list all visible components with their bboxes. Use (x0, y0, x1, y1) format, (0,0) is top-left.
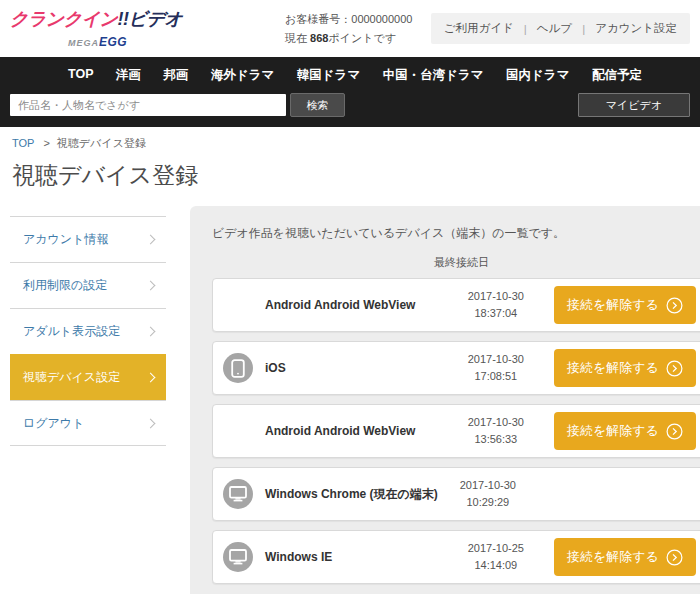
megaegg-logo: MEGAEGG (10, 32, 185, 50)
monitor-icon (223, 479, 253, 509)
utility-links: ご利用ガイド | ヘルプ | アカウント設定 (431, 13, 690, 44)
device-date: 2017-10-30 (446, 414, 546, 431)
nav-item-japanese-movies[interactable]: 邦画 (163, 67, 188, 84)
device-last-connected: 2017-10-30 18:37:04 (446, 288, 546, 322)
points-prefix: 現在 (285, 32, 310, 44)
device-row: Windows IE 2017-10-25 14:14:09 接続を解除する (212, 530, 700, 584)
customer-info: お客様番号：0000000000 現在 868ポイントです (285, 10, 412, 46)
device-icon-placeholder (223, 290, 253, 320)
device-date: 2017-10-30 (446, 288, 546, 305)
device-time: 18:37:04 (446, 305, 546, 322)
logo-text-video: ビデオ (129, 9, 183, 29)
device-last-connected: 2017-10-30 17:08:51 (446, 351, 546, 385)
account-settings-link[interactable]: アカウント設定 (595, 21, 677, 36)
points-suffix: ポイントです (328, 32, 396, 44)
main-nav: TOP 洋画 邦画 海外ドラマ 韓国ドラマ 中国・台湾ドラマ 国内ドラマ 配信予… (0, 57, 700, 127)
monitor-icon (223, 542, 253, 572)
chevron-right-icon (146, 235, 156, 245)
device-row: Android Android WebView 2017-10-30 13:56… (212, 404, 700, 458)
last-connected-column-header: 最終接続日 (212, 255, 700, 270)
device-last-connected: 2017-10-25 14:14:09 (446, 540, 546, 574)
sidebar-item-account-info[interactable]: アカウント情報 (10, 216, 166, 262)
nav-item-china-taiwan-drama[interactable]: 中国・台湾ドラマ (383, 67, 484, 84)
search-bar: 検索 マイビデオ (10, 93, 690, 117)
device-name: Windows IE (265, 550, 446, 564)
disconnect-button-label: 接続を解除する (567, 548, 659, 566)
nav-item-upcoming[interactable]: 配信予定 (592, 67, 642, 84)
disconnect-button-placeholder (546, 475, 696, 513)
help-link[interactable]: ヘルプ (537, 21, 572, 36)
sidebar-item-label: 視聴デバイス設定 (23, 369, 120, 386)
device-name: Android Android WebView (265, 298, 446, 312)
logo-text-bang: !! (118, 9, 129, 29)
search-button[interactable]: 検索 (290, 93, 345, 117)
nav-item-overseas-drama[interactable]: 海外ドラマ (211, 67, 274, 84)
arrow-circle-icon (666, 423, 683, 440)
search-input[interactable] (10, 94, 286, 116)
nav-item-korean-drama[interactable]: 韓国ドラマ (297, 67, 360, 84)
device-date: 2017-10-30 (438, 477, 538, 494)
sidebar-item-device-settings[interactable]: 視聴デバイス設定 (10, 354, 166, 400)
disconnect-button-label: 接続を解除する (567, 296, 659, 314)
device-time: 13:56:33 (446, 431, 546, 448)
sidebar-item-adult-display[interactable]: アダルト表示設定 (10, 308, 166, 354)
nav-item-domestic-drama[interactable]: 国内ドラマ (506, 67, 569, 84)
arrow-circle-icon (666, 549, 683, 566)
customer-number: お客様番号：0000000000 (285, 10, 412, 28)
sidebar-item-label: アカウント情報 (23, 231, 108, 248)
points-line: 現在 868ポイントです (285, 29, 412, 47)
points-value: 868 (310, 32, 328, 44)
sidebar-item-label: アダルト表示設定 (23, 323, 120, 340)
chevron-right-icon (146, 327, 156, 337)
my-video-button[interactable]: マイビデオ (578, 93, 690, 117)
arrow-circle-icon (666, 297, 683, 314)
device-name: Windows Chrome (現在の端末) (265, 486, 438, 503)
breadcrumb-home[interactable]: TOP (12, 137, 34, 149)
device-name: Android Android WebView (265, 424, 446, 438)
logo-text-mega: MEGA (68, 38, 99, 48)
device-last-connected: 2017-10-30 10:29:29 (438, 477, 538, 511)
site-header: クランクイン!!ビデオ MEGAEGG お客様番号：0000000000 現在 … (0, 0, 700, 57)
disconnect-button[interactable]: 接続を解除する (554, 412, 696, 450)
disconnect-button-label: 接続を解除する (567, 422, 659, 440)
utility-separator: | (524, 23, 527, 35)
usage-guide-link[interactable]: ご利用ガイド (444, 21, 514, 36)
sidebar-item-usage-limit[interactable]: 利用制限の設定 (10, 262, 166, 308)
logo-text-crankin: クランクイン (10, 9, 118, 29)
device-date: 2017-10-25 (446, 540, 546, 557)
sidebar-item-logout[interactable]: ログアウト (10, 400, 166, 446)
breadcrumb-current: 視聴デバイス登録 (57, 137, 146, 149)
device-time: 10:29:29 (438, 494, 538, 511)
device-time: 14:14:09 (446, 557, 546, 574)
device-row: Android Android WebView 2017-10-30 18:37… (212, 278, 700, 332)
arrow-circle-icon (666, 360, 683, 377)
disconnect-button-label: 接続を解除する (567, 359, 659, 377)
content-layout: アカウント情報 利用制限の設定 アダルト表示設定 視聴デバイス設定 ログアウト … (0, 206, 700, 594)
utility-separator: | (582, 23, 585, 35)
device-name: iOS (265, 361, 446, 375)
logo-wordmark: クランクイン!!ビデオ (10, 7, 185, 31)
site-logo[interactable]: クランクイン!!ビデオ MEGAEGG (10, 7, 185, 50)
smartphone-icon (223, 353, 253, 383)
sidebar-item-label: 利用制限の設定 (23, 277, 107, 294)
page-title: 視聴デバイス登録 (12, 160, 688, 191)
nav-item-top[interactable]: TOP (68, 67, 93, 84)
disconnect-button[interactable]: 接続を解除する (554, 286, 696, 324)
chevron-right-icon (146, 373, 156, 383)
account-sidebar: アカウント情報 利用制限の設定 アダルト表示設定 視聴デバイス設定 ログアウト (10, 216, 166, 446)
disconnect-button[interactable]: 接続を解除する (554, 349, 696, 387)
device-row: iOS 2017-10-30 17:08:51 接続を解除する (212, 341, 700, 395)
device-last-connected: 2017-10-30 13:56:33 (446, 414, 546, 448)
nav-menu: TOP 洋画 邦画 海外ドラマ 韓国ドラマ 中国・台湾ドラマ 国内ドラマ 配信予… (10, 63, 690, 93)
disconnect-button[interactable]: 接続を解除する (554, 538, 696, 576)
device-row: Windows Chrome (現在の端末) 2017-10-30 10:29:… (212, 467, 700, 521)
chevron-right-icon (146, 418, 156, 428)
panel-description: ビデオ作品を視聴いただいているデバイス（端末）の一覧です。 (212, 225, 700, 242)
breadcrumb-separator: > (43, 137, 49, 149)
device-time: 17:08:51 (446, 368, 546, 385)
breadcrumb: TOP>視聴デバイス登録 (0, 127, 700, 151)
nav-item-western-movies[interactable]: 洋画 (116, 67, 141, 84)
chevron-right-icon (146, 281, 156, 291)
logo-text-egg: EGG (99, 35, 127, 49)
device-list-panel: ビデオ作品を視聴いただいているデバイス（端末）の一覧です。 最終接続日 Andr… (190, 206, 700, 594)
